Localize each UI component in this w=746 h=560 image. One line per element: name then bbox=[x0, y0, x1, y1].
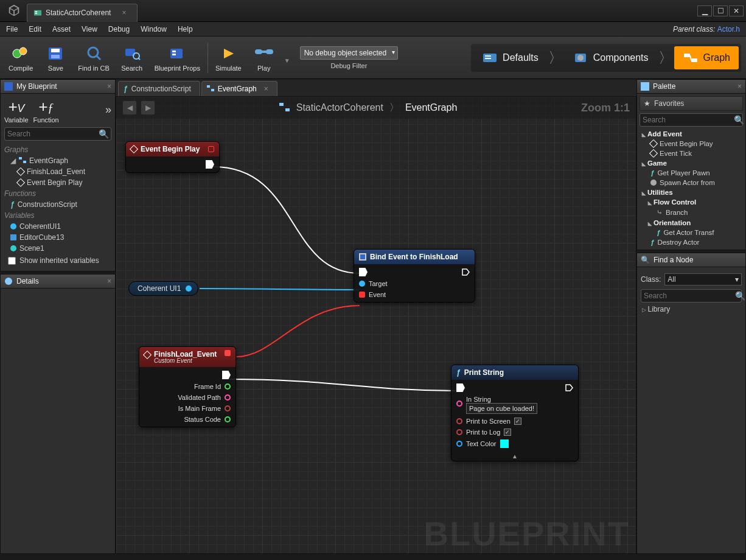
tab-constructionscript[interactable]: ƒ ConstructionScript bbox=[118, 81, 200, 96]
nav-forward-button[interactable]: ▶ bbox=[141, 100, 155, 115]
pcat-game[interactable]: Game bbox=[640, 158, 743, 168]
output-pin[interactable] bbox=[225, 394, 231, 401]
tree-beginplay[interactable]: Event Begin Play bbox=[4, 177, 111, 188]
search-button[interactable]: Search bbox=[117, 41, 147, 74]
add-function-button[interactable]: +ƒ Function bbox=[33, 97, 59, 124]
output-pin[interactable] bbox=[225, 383, 231, 390]
debug-object-combo[interactable]: No debug object selected bbox=[300, 46, 398, 60]
breadcrumb-leaf[interactable]: EventGraph bbox=[405, 102, 457, 113]
findnode-search-input[interactable] bbox=[644, 292, 735, 300]
tree-var-scene[interactable]: Scene1 bbox=[4, 243, 111, 254]
input-pin[interactable] bbox=[456, 401, 462, 407]
class-combo[interactable]: All bbox=[664, 273, 742, 285]
play-dropdown-icon[interactable]: ▼ bbox=[283, 51, 291, 64]
add-variable-button[interactable]: +V Variable bbox=[4, 97, 29, 124]
exec-in-pin[interactable] bbox=[456, 383, 465, 392]
pitem-label: Event Begin Play bbox=[660, 140, 713, 147]
pcat-utilities[interactable]: Utilities bbox=[640, 187, 743, 197]
palette-search-input[interactable] bbox=[643, 116, 734, 124]
minimize-button[interactable]: ▁ bbox=[697, 5, 712, 16]
graph-canvas[interactable]: ◀ ▶ StaticActorCoherent 〉 EventGraph Zoo… bbox=[116, 96, 636, 554]
pitem-spawn[interactable]: Spawn Actor from bbox=[640, 178, 743, 187]
favorites-header[interactable]: ★ Favorites bbox=[640, 96, 743, 111]
close-icon[interactable]: × bbox=[107, 82, 111, 91]
input-pin[interactable] bbox=[456, 441, 462, 447]
menu-view[interactable]: View bbox=[82, 25, 97, 33]
input-pin[interactable] bbox=[456, 418, 462, 424]
palette-search[interactable]: 🔍 bbox=[640, 113, 743, 127]
pcat-add-event[interactable]: Add Event bbox=[640, 129, 743, 139]
node-event-begin-play[interactable]: Event Begin Play bbox=[125, 141, 220, 173]
node-print-string[interactable]: ƒ Print String In String Page on cube lo… bbox=[451, 365, 579, 461]
pitem-get-pawn[interactable]: ƒGet Player Pawn bbox=[640, 168, 743, 178]
close-button[interactable]: ✕ bbox=[729, 5, 744, 16]
pitem-tick[interactable]: Event Tick bbox=[640, 149, 743, 158]
expand-icon[interactable]: » bbox=[105, 97, 111, 116]
myblueprint-search[interactable]: 🔍 bbox=[4, 127, 111, 141]
breadcrumb-root[interactable]: StaticActorCoherent bbox=[296, 102, 383, 113]
delegate-pin[interactable] bbox=[225, 350, 231, 356]
output-pin[interactable] bbox=[225, 416, 231, 422]
title-tab[interactable]: StaticActorCoherent × bbox=[27, 4, 138, 22]
node-variable-coherent[interactable]: Coherent UI1 bbox=[128, 281, 198, 296]
exec-out-pin[interactable] bbox=[565, 383, 573, 392]
simulate-button[interactable]: Simulate bbox=[212, 41, 245, 74]
print-screen-checkbox[interactable]: ✓ bbox=[514, 418, 521, 425]
menu-help[interactable]: Help bbox=[178, 25, 193, 33]
tab-eventgraph[interactable]: EventGraph × bbox=[201, 81, 277, 96]
event-pin[interactable] bbox=[359, 292, 365, 298]
output-pin[interactable] bbox=[186, 285, 192, 292]
exec-out-pin[interactable] bbox=[206, 160, 214, 169]
play-button[interactable]: Play bbox=[249, 41, 279, 74]
blueprint-props-button[interactable]: Blueprint Props bbox=[151, 41, 204, 74]
menu-file[interactable]: File bbox=[6, 25, 18, 33]
tree-eventgraph[interactable]: ◢ EventGraph bbox=[4, 155, 111, 166]
menu-window[interactable]: Window bbox=[141, 25, 167, 33]
pitem-destroy[interactable]: ƒDestroy Actor bbox=[640, 237, 743, 247]
nav-back-button[interactable]: ◀ bbox=[122, 100, 137, 115]
pitem-branch[interactable]: ⤷Branch bbox=[640, 207, 743, 218]
category-graphs: Graphs bbox=[4, 144, 111, 155]
close-icon[interactable]: × bbox=[737, 82, 742, 91]
exec-out-pin[interactable] bbox=[461, 268, 470, 276]
pcat-flow[interactable]: Flow Control bbox=[640, 197, 743, 207]
menu-edit[interactable]: Edit bbox=[29, 25, 41, 33]
menu-asset[interactable]: Asset bbox=[52, 25, 71, 33]
close-icon[interactable]: × bbox=[264, 85, 268, 93]
pcat-orientation[interactable]: Orientation bbox=[640, 218, 743, 228]
close-icon[interactable]: × bbox=[122, 9, 126, 17]
close-icon[interactable]: × bbox=[107, 277, 111, 285]
text-color-swatch[interactable] bbox=[500, 439, 509, 448]
mode-graph[interactable]: Graph bbox=[674, 46, 739, 69]
mode-components[interactable]: Components bbox=[564, 46, 657, 69]
compile-button[interactable]: Compile bbox=[5, 41, 37, 74]
pitem-get-transform[interactable]: ƒGet Actor Transf bbox=[640, 228, 743, 237]
library-tree[interactable]: ▷ Library bbox=[641, 303, 742, 316]
in-string-input[interactable]: Page on cube loaded! bbox=[466, 403, 537, 414]
print-log-checkbox[interactable]: ✓ bbox=[504, 429, 511, 436]
exec-in-pin[interactable] bbox=[359, 268, 368, 276]
tree-finishload[interactable]: FinishLoad_Event bbox=[4, 166, 111, 177]
node-bind-event[interactable]: Bind Event to FinishLoad Target Event bbox=[354, 249, 475, 303]
pitem-begin-play[interactable]: Event Begin Play bbox=[640, 139, 743, 149]
tree-var-coherent[interactable]: CoherentUI1 bbox=[4, 221, 111, 232]
exec-out-pin[interactable] bbox=[222, 371, 231, 379]
maximize-button[interactable]: ☐ bbox=[713, 5, 728, 16]
svg-rect-40 bbox=[641, 82, 649, 91]
find-in-cb-button[interactable]: Find in CB bbox=[74, 41, 113, 74]
parent-class-link[interactable]: Actor.h bbox=[717, 25, 740, 33]
input-pin[interactable] bbox=[456, 429, 462, 435]
findnode-search[interactable]: 🔍 bbox=[641, 289, 742, 303]
output-pin[interactable] bbox=[225, 405, 231, 411]
delegate-pin[interactable] bbox=[208, 146, 214, 152]
collapse-icon[interactable]: ▲ bbox=[451, 452, 578, 461]
mode-defaults[interactable]: Defaults bbox=[473, 46, 547, 69]
target-pin[interactable] bbox=[359, 281, 365, 287]
save-button[interactable]: Save bbox=[40, 41, 71, 74]
tree-var-cube[interactable]: EditorCube13 bbox=[4, 232, 111, 243]
node-finishload-event[interactable]: FinishLoad_Event Custom Event Frame Id V… bbox=[139, 346, 236, 427]
tree-constructionscript[interactable]: ƒConstructionScript bbox=[4, 199, 111, 210]
show-inherited-checkbox[interactable] bbox=[8, 257, 16, 265]
myblueprint-search-input[interactable] bbox=[7, 130, 99, 138]
menu-debug[interactable]: Debug bbox=[108, 25, 130, 33]
